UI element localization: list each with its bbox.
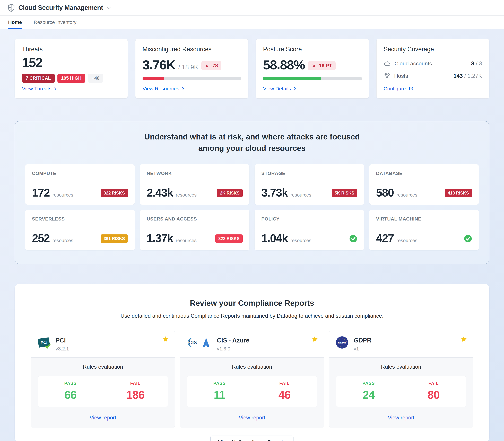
- high-badge[interactable]: 105 HIGH: [57, 74, 85, 83]
- risk-badge[interactable]: 5K RISKS: [332, 189, 357, 197]
- fail-cell: FAIL 80: [401, 376, 466, 407]
- pass-fail-box: PASS 11 FAIL 46: [187, 376, 317, 407]
- check-circle-icon: [349, 235, 357, 243]
- risk-card-compute[interactable]: COMPUTE 172resources 322 RISKS: [25, 164, 135, 205]
- threats-badges: 7 CRITICAL 105 HIGH +40: [22, 74, 120, 83]
- posture-values: 58.88% -19 PT: [263, 58, 362, 72]
- chevron-right-icon: ›: [182, 86, 184, 90]
- threats-value: 152: [22, 56, 120, 69]
- compliance-panel: Review your Compliance Reports Use detai…: [15, 284, 489, 441]
- posture-progress-fill: [263, 77, 321, 80]
- view-resources-link[interactable]: View Resources ›: [143, 86, 241, 92]
- compliance-card-body: Rules evaluation PASS 66 FAIL 186 View r…: [31, 357, 175, 428]
- cloud-icon: [384, 61, 391, 66]
- risk-card-label: VIRTUAL MACHINE: [376, 216, 472, 222]
- pass-cell: PASS 66: [38, 376, 103, 407]
- coverage-hosts-total: / 1.27K: [463, 73, 482, 79]
- risk-card-policy[interactable]: POLICY 1.04kresources: [255, 210, 364, 250]
- pci-check-icon: [45, 344, 51, 349]
- check-circle-icon: [464, 235, 472, 243]
- risk-card-storage[interactable]: STORAGE 3.73kresources 5K RISKS: [255, 164, 364, 205]
- svg-text:★: ★: [343, 345, 345, 347]
- tab-home[interactable]: Home: [8, 16, 22, 29]
- posture-card: Posture Score 58.88% -19 PT View Details…: [256, 39, 369, 98]
- svg-text:★: ★: [341, 337, 343, 339]
- fail-cell: FAIL 46: [252, 376, 317, 407]
- critical-badge[interactable]: 7 CRITICAL: [22, 74, 55, 83]
- stat-card-row: Threats 152 7 CRITICAL 105 HIGH +40 View…: [15, 39, 489, 98]
- tab-resource-inventory[interactable]: Resource Inventory: [34, 16, 77, 29]
- compliance-card-version: v1: [354, 346, 372, 352]
- compliance-card-gdpr: ★★★★★★★★★ GDPR GDPR v1: [329, 330, 473, 428]
- coverage-cloud-values: 3 / 3: [471, 60, 482, 67]
- coverage-cloud-value: 3: [471, 60, 474, 67]
- misconfigured-card: Misconfigured Resources 3.76K / 18.9K -7…: [135, 39, 248, 98]
- compliance-heading: Review your Compliance Reports: [31, 299, 473, 308]
- coverage-card: Security Coverage Cloud accounts 3 / 3 H…: [376, 39, 489, 98]
- chevron-right-icon: ›: [294, 86, 296, 90]
- risk-card-database[interactable]: DATABASE 580resources 410 RISKS: [369, 164, 479, 205]
- fail-value: 186: [103, 388, 168, 401]
- external-link-icon: [408, 86, 413, 91]
- posture-delta-badge: -19 PT: [308, 61, 336, 70]
- configure-link[interactable]: Configure: [384, 86, 482, 92]
- threats-card: Threats 152 7 CRITICAL 105 HIGH +40 View…: [15, 39, 128, 98]
- fail-label: FAIL: [401, 381, 466, 386]
- rules-evaluation-label: Rules evaluation: [336, 364, 466, 370]
- chevron-down-icon[interactable]: [106, 5, 112, 10]
- compliance-card-pci: PCI PCI v3.2.1 Rules evaluation: [31, 330, 175, 428]
- compliance-card-header: CIS CIS - Azure v1.3.0: [180, 330, 324, 357]
- view-report-link[interactable]: View report: [239, 415, 265, 421]
- compliance-subtitle: Use detailed and continuous Compliance R…: [31, 313, 473, 319]
- risk-card-users-and-access[interactable]: USERS AND ACCESS 1.37kresources 322 RISK…: [140, 210, 249, 250]
- view-all-compliance-reports-button[interactable]: View All Compliance Reports: [210, 436, 293, 441]
- threats-title: Threats: [22, 46, 120, 53]
- pci-logo: PCI: [37, 336, 50, 349]
- more-badge[interactable]: +40: [88, 74, 103, 83]
- compliance-card-name: CIS - Azure: [217, 337, 249, 344]
- posture-delta: -19 PT: [317, 63, 332, 68]
- coverage-rows: Cloud accounts 3 / 3 Hosts 143 / 1.27K: [384, 60, 482, 79]
- coverage-hosts-values: 143 / 1.27K: [453, 73, 482, 79]
- risk-badge[interactable]: 2K RISKS: [217, 189, 243, 197]
- risk-card-value: 1.37k: [147, 233, 173, 244]
- star-icon[interactable]: [311, 336, 318, 343]
- risk-panel: Understand what is at risk, and where at…: [15, 121, 489, 264]
- posture-title: Posture Score: [263, 46, 362, 53]
- compliance-card-header: ★★★★★★★★★ GDPR GDPR v1: [329, 330, 473, 357]
- risk-badge[interactable]: 361 RISKS: [101, 235, 128, 243]
- risk-card-label: DATABASE: [376, 171, 472, 176]
- view-details-link[interactable]: View Details ›: [263, 86, 362, 92]
- risk-card-virtual-machine[interactable]: VIRTUAL MACHINE 427resources: [369, 210, 479, 250]
- view-report-link[interactable]: View report: [90, 415, 116, 421]
- compliance-card-name: GDPR: [354, 337, 372, 344]
- compliance-card-body: Rules evaluation PASS 11 FAIL 46 View re…: [180, 357, 324, 428]
- risk-badge[interactable]: 322 RISKS: [101, 189, 128, 197]
- coverage-cloud-total: / 3: [474, 60, 482, 67]
- fail-value: 46: [252, 388, 317, 401]
- misconfigured-values: 3.76K / 18.9K -78: [143, 58, 241, 72]
- view-threats-link[interactable]: View Threats ›: [22, 86, 120, 92]
- compliance-card-grid: PCI PCI v3.2.1 Rules evaluation: [31, 330, 473, 428]
- cis-logo: CIS: [186, 336, 199, 349]
- star-icon[interactable]: [460, 336, 467, 343]
- risk-card-value: 427: [376, 233, 394, 244]
- risk-card-unit: resources: [52, 192, 73, 198]
- risk-heading: Understand what is at risk, and where at…: [25, 131, 479, 154]
- misconfigured-value: 3.76K: [143, 58, 175, 71]
- risk-badge[interactable]: 410 RISKS: [445, 189, 472, 197]
- pass-label: PASS: [187, 381, 252, 386]
- star-icon[interactable]: [162, 336, 169, 343]
- risk-card-label: SERVERLESS: [32, 216, 128, 222]
- view-report-link[interactable]: View report: [388, 415, 414, 421]
- risk-card-network[interactable]: NETWORK 2.43kresources 2K RISKS: [140, 164, 249, 205]
- pass-label: PASS: [336, 381, 401, 386]
- risk-card-serverless[interactable]: SERVERLESS 252resources 361 RISKS: [25, 210, 135, 250]
- misconfigured-delta: -78: [211, 63, 218, 68]
- risk-badge[interactable]: 322 RISKS: [215, 235, 243, 243]
- shield-icon: [7, 4, 15, 12]
- risk-card-label: NETWORK: [147, 171, 243, 176]
- compliance-card-body: Rules evaluation PASS 24 FAIL 80 View re…: [329, 357, 473, 428]
- gdpr-logo: ★★★★★★★★★ GDPR: [335, 336, 349, 349]
- chevron-right-icon: ›: [54, 86, 56, 90]
